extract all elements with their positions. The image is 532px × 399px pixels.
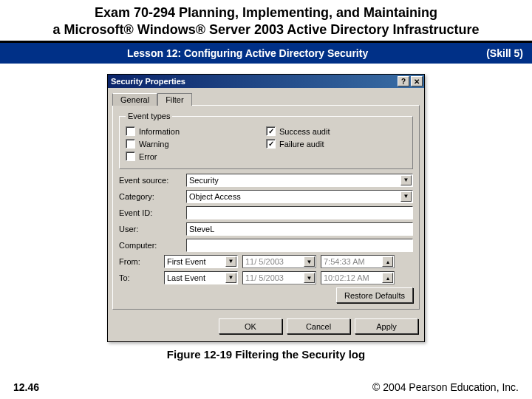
label-event-id: Event ID: [119, 208, 182, 217]
spinner-icon: ▴ [382, 273, 393, 283]
dialog-titlebar[interactable]: Security Properties ? ✕ [108, 75, 424, 88]
tab-general[interactable]: General [112, 93, 157, 106]
tab-filter-body: Event types Information Warning [112, 105, 420, 310]
checkbox-error[interactable]: Error [126, 151, 266, 161]
lesson-bar: Lesson 12: Configuring Active Directory … [0, 41, 532, 64]
checkbox-icon [266, 139, 276, 149]
spinner-icon: ▴ [382, 256, 393, 267]
restore-defaults-button[interactable]: Restore Defaults [336, 287, 413, 303]
label-computer: Computer: [119, 241, 182, 250]
date-from[interactable]: 11/ 5/2003 ▼ [242, 255, 316, 268]
chevron-down-icon: ▼ [304, 256, 315, 267]
combo-category[interactable]: Object Access ▼ [186, 190, 413, 203]
close-icon[interactable]: ✕ [411, 76, 423, 86]
page-number: 12.46 [13, 381, 39, 393]
tab-filter[interactable]: Filter [157, 93, 191, 106]
input-computer[interactable] [186, 239, 413, 252]
chevron-down-icon: ▼ [225, 273, 236, 283]
checkbox-icon [126, 139, 135, 149]
event-types-group: Event types Information Warning [119, 112, 413, 169]
ok-button[interactable]: OK [219, 318, 282, 334]
label-user: User: [119, 225, 182, 233]
date-to[interactable]: 11/ 5/2003 ▼ [242, 271, 316, 284]
label-event-source: Event source: [119, 176, 182, 185]
input-event-id[interactable] [186, 206, 413, 219]
checkbox-warning[interactable]: Warning [126, 139, 266, 149]
combo-event-source[interactable]: Security ▼ [186, 174, 413, 187]
event-types-legend: Event types [126, 112, 172, 120]
time-from[interactable]: 7:54:33 AM ▴ [321, 255, 395, 268]
checkbox-icon [266, 126, 276, 136]
chevron-down-icon: ▼ [400, 191, 412, 202]
tabstrip: General Filter [108, 88, 424, 105]
copyright: © 2004 Pearson Education, Inc. [372, 381, 519, 393]
skill-label: (Skill 5) [486, 47, 523, 59]
label-category: Category: [119, 192, 182, 201]
time-to[interactable]: 10:02:12 AM ▴ [321, 271, 395, 284]
input-user[interactable]: SteveL [186, 222, 413, 236]
checkbox-icon [126, 151, 135, 161]
lesson-label: Lesson 12: Configuring Active Directory … [9, 47, 486, 59]
figure-caption: Figure 12-19 Filtering the Security log [0, 348, 532, 361]
chevron-down-icon: ▼ [225, 256, 236, 267]
dialog-title: Security Properties [111, 77, 396, 86]
label-to: To: [119, 273, 160, 282]
combo-to[interactable]: Last Event ▼ [164, 271, 238, 284]
chevron-down-icon: ▼ [304, 273, 315, 283]
checkbox-icon [126, 126, 135, 136]
checkbox-success-audit[interactable]: Success audit [266, 126, 406, 136]
apply-button[interactable]: Apply [355, 318, 418, 334]
slide-title: Exam 70-294 Planning, Implementing, and … [0, 0, 532, 41]
cancel-button[interactable]: Cancel [287, 318, 350, 334]
checkbox-failure-audit[interactable]: Failure audit [266, 139, 406, 149]
checkbox-information[interactable]: Information [126, 126, 266, 136]
chevron-down-icon: ▼ [400, 175, 412, 185]
label-from: From: [119, 257, 160, 266]
combo-from[interactable]: First Event ▼ [164, 255, 238, 268]
security-properties-dialog: Security Properties ? ✕ General Filter E… [107, 74, 425, 342]
help-icon[interactable]: ? [398, 76, 409, 86]
